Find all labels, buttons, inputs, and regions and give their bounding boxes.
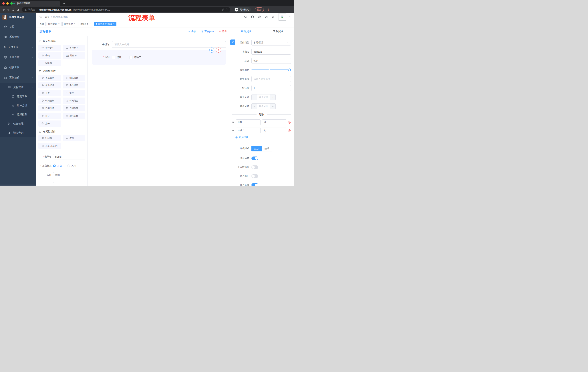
palette-item-editor[interactable]: 编辑器: [38, 60, 61, 66]
github-icon[interactable]: [251, 15, 254, 18]
update-button[interactable]: 更新: [255, 8, 264, 12]
field-name-input[interactable]: field122: [252, 49, 291, 55]
sidebar-item-task-management[interactable]: 任务管理: [0, 119, 36, 128]
palette-item-rate[interactable]: 评分: [38, 113, 61, 119]
option-label-input[interactable]: 选项二: [236, 128, 261, 133]
sidebar-item-payment-management[interactable]: ¥ 支付管理: [0, 42, 36, 52]
avatar[interactable]: [279, 13, 286, 21]
palette-item-multi-line-text[interactable]: 多行文本: [63, 45, 85, 51]
drag-handle-icon[interactable]: [232, 121, 234, 124]
show-label-switch[interactable]: [252, 157, 258, 160]
slider-handle[interactable]: [288, 69, 291, 71]
sidebar-item-process-model[interactable]: 流程模型: [0, 110, 36, 119]
password-key-icon[interactable]: [221, 8, 224, 11]
sidebar-item-process-form[interactable]: 流程表单: [0, 92, 36, 101]
palette-item-time-range[interactable]: 时间范围: [63, 97, 85, 104]
title-input[interactable]: 性别: [252, 58, 291, 64]
browser-menu-icon[interactable]: ⋮: [267, 8, 270, 11]
with-border-switch[interactable]: [252, 165, 258, 169]
sidebar-item-infrastructure[interactable]: 基础设施: [0, 52, 36, 63]
close-tab-icon[interactable]: [56, 2, 58, 5]
gender-option2-checkbox[interactable]: [129, 56, 132, 59]
forward-icon[interactable]: [7, 8, 10, 11]
tab-form-props[interactable]: 表单属性: [262, 27, 294, 36]
min-select-input[interactable]: 至少应选: [257, 95, 270, 100]
clear-button[interactable]: 清空: [219, 30, 227, 33]
required-switch[interactable]: [252, 183, 258, 186]
new-tab-button[interactable]: [63, 2, 66, 5]
gender-field-selected[interactable]: 性别 选项一 选项二: [92, 50, 226, 65]
palette-item-time-picker[interactable]: 时间选择: [38, 97, 61, 104]
form-canvas[interactable]: 手机号 请输入手机号 性别 选项一 选项二: [88, 36, 230, 186]
sidebar-item-process-management[interactable]: 流程管理: [0, 83, 36, 92]
max-select-input[interactable]: 最多可选: [257, 104, 270, 109]
option-value-input[interactable]: 女: [262, 128, 286, 133]
tag-process-form-edit[interactable]: 流程表单-编辑: [94, 22, 116, 26]
component-type-select[interactable]: 多选框组: [252, 40, 291, 45]
home-icon[interactable]: [16, 8, 19, 11]
font-size-icon[interactable]: [272, 15, 275, 18]
maximize-window-button[interactable]: [10, 2, 13, 5]
gender-option1-label[interactable]: 选项一: [117, 56, 124, 59]
search-icon[interactable]: [244, 15, 247, 18]
status-off-label[interactable]: 关闭: [71, 163, 76, 169]
close-tag-icon[interactable]: [90, 23, 92, 25]
address-bar[interactable]: 不安全 dashboard.yudao.iocoder.cn/bpm/manag…: [22, 7, 230, 12]
sidebar-item-dev-tools[interactable]: 研发工具: [0, 63, 36, 73]
palette-item-upload[interactable]: 上传: [38, 120, 61, 127]
palette-item-password[interactable]: 密码: [38, 53, 61, 59]
form-name-input[interactable]: biubiu: [53, 154, 85, 159]
status-on-radio[interactable]: [53, 165, 56, 167]
plus-button[interactable]: +: [270, 95, 275, 100]
save-button[interactable]: 保存: [188, 30, 196, 33]
palette-item-button[interactable]: 按钮: [63, 135, 85, 141]
back-icon[interactable]: [2, 8, 5, 11]
tab-component-props[interactable]: 组件属性: [230, 27, 262, 36]
browser-tab[interactable]: 芋道管理系统: [10, 1, 60, 6]
sidebar-item-user-group[interactable]: 用户分组: [0, 101, 36, 110]
option-value-input[interactable]: 男: [262, 119, 286, 125]
palette-item-table-dev[interactable]: 表格[开发中]: [38, 143, 61, 149]
close-tag-icon[interactable]: [74, 23, 76, 25]
phone-field-row[interactable]: 手机号 请输入手机号: [92, 41, 226, 48]
minus-button[interactable]: −: [252, 104, 257, 109]
help-icon[interactable]: [258, 15, 261, 18]
tag-home[interactable]: 首页: [38, 22, 46, 26]
status-off-radio[interactable]: [67, 165, 70, 167]
gender-option2-label[interactable]: 选项二: [134, 56, 142, 59]
tag-process-model[interactable]: 流程模型: [63, 22, 77, 26]
palette-item-counter[interactable]: 123计数器: [63, 53, 85, 59]
disabled-switch[interactable]: [252, 174, 258, 178]
form-grid-slider[interactable]: [252, 70, 289, 70]
status-on-label[interactable]: 开启: [57, 163, 62, 169]
fullscreen-icon[interactable]: [265, 15, 268, 18]
view-json-button[interactable]: 查看json: [201, 30, 214, 33]
breadcrumb-home[interactable]: 首页: [45, 15, 50, 19]
palette-item-cascader[interactable]: 级联选择: [63, 74, 85, 81]
palette-item-select[interactable]: 下拉选择: [38, 74, 61, 81]
close-tag-icon[interactable]: [113, 23, 115, 25]
option-label-input[interactable]: 选项一: [236, 119, 261, 125]
plus-button[interactable]: +: [270, 104, 275, 109]
sidebar-scrollbar[interactable]: [0, 185, 36, 186]
copy-component-button[interactable]: [209, 47, 214, 53]
sidebar-item-system-management[interactable]: 系统管理: [0, 32, 36, 42]
palette-item-switch[interactable]: 开关: [38, 90, 61, 96]
remove-option-icon[interactable]: [288, 129, 291, 132]
palette-item-slider[interactable]: 滑块: [63, 90, 85, 96]
palette-item-date-picker[interactable]: 日期选择: [38, 105, 61, 111]
sidebar-item-home[interactable]: 首页: [0, 22, 36, 32]
sidebar-item-leave-query[interactable]: 请假查询: [0, 128, 36, 138]
default-value-input[interactable]: 1: [252, 85, 291, 91]
form-remark-textarea[interactable]: 嘿嘿: [53, 172, 85, 183]
min-select-stepper[interactable]: − 至少应选 +: [252, 94, 276, 100]
palette-item-checkbox-group[interactable]: 多选框组: [63, 82, 85, 88]
drag-handle-icon[interactable]: [232, 129, 234, 132]
palette-item-row-container[interactable]: 行容器: [38, 135, 61, 141]
sidebar-item-workflow[interactable]: 工作流程: [0, 73, 36, 83]
collapse-sidebar-icon[interactable]: [39, 15, 42, 18]
delete-component-button[interactable]: [216, 47, 221, 53]
field-link-handle[interactable]: [230, 40, 235, 45]
palette-item-radio-group[interactable]: 单选框组: [38, 82, 61, 88]
minimize-window-button[interactable]: [6, 2, 9, 5]
